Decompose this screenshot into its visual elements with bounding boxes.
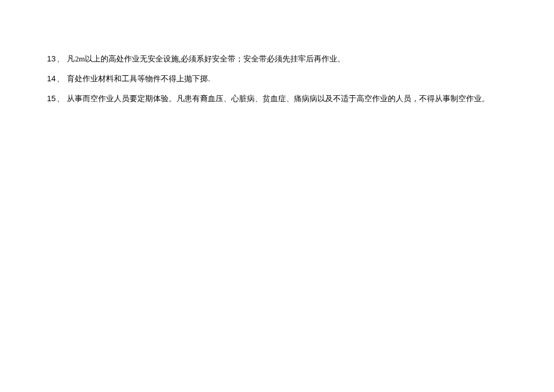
item-text: 育处作业材料和工具等物件不得上抛下掷. xyxy=(67,73,210,86)
item-separator: 、 xyxy=(57,53,64,66)
document-body: 13 、 凡2m以上的高处作业无安全设施,必须系好安全带；安全带必须先挂牢后再作… xyxy=(47,53,507,105)
item-number: 15 xyxy=(47,93,55,105)
item-separator: 、 xyxy=(57,73,64,86)
item-text: 从事而空作业人员要定期体验。凡患有裔血压、心脏病、贫血症、痛病病以及不适于高空作… xyxy=(67,93,490,105)
list-item: 13 、 凡2m以上的高处作业无安全设施,必须系好安全带；安全带必须先挂牢后再作… xyxy=(47,53,507,66)
item-text: 凡2m以上的高处作业无安全设施,必须系好安全带；安全带必须先挂牢后再作业。 xyxy=(67,53,345,66)
item-separator: 、 xyxy=(57,93,64,105)
list-item: 15 、 从事而空作业人员要定期体验。凡患有裔血压、心脏病、贫血症、痛病病以及不… xyxy=(47,93,507,105)
item-number: 13 xyxy=(47,53,55,66)
item-number: 14 xyxy=(47,73,55,86)
list-item: 14 、 育处作业材料和工具等物件不得上抛下掷. xyxy=(47,73,507,86)
